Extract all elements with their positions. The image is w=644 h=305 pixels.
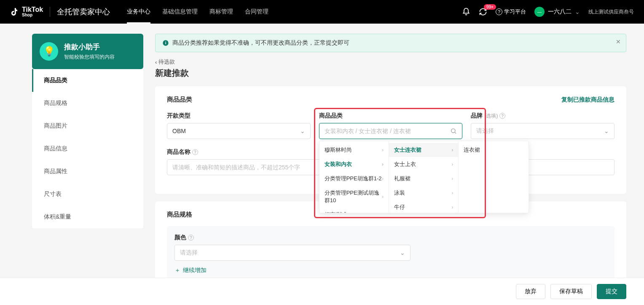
- tab-basicinfo[interactable]: 基础信息管理: [162, 0, 198, 24]
- close-icon[interactable]: ✕: [616, 38, 621, 45]
- help-icon[interactable]: ?: [499, 113, 505, 119]
- dd-item[interactable]: 连衣裙: [459, 143, 528, 157]
- color-select[interactable]: 请选择 ⌄: [174, 245, 411, 261]
- learn-link[interactable]: ? 学习平台: [496, 8, 526, 16]
- helper-sub: 智能校验您填写的内容: [64, 54, 115, 61]
- chevron-down-icon: ⌄: [300, 128, 305, 134]
- opentype-value: OBM: [172, 128, 186, 134]
- dd-item[interactable]: 礼服裙›: [389, 171, 458, 186]
- section-title-category: 商品品类: [167, 96, 192, 104]
- logo[interactable]: TikTok Shop: [10, 6, 43, 17]
- chevron-down-icon: ⌄: [604, 128, 609, 134]
- chevron-right-icon: ›: [382, 194, 384, 200]
- dd-item[interactable]: 穆斯林时尚›: [319, 143, 389, 157]
- discard-button[interactable]: 放弃: [516, 284, 545, 299]
- logo-subtext: Shop: [22, 13, 43, 17]
- label-brand: 品牌 (选填) ?: [471, 112, 614, 120]
- color-block: 颜色 ? 请选择 ⌄ ＋ 继续增加: [167, 226, 614, 282]
- dd-item[interactable]: 女装和内衣›: [319, 157, 389, 171]
- footer-bar: 放弃 保存草稿 提交: [0, 278, 644, 305]
- bulb-icon: 💡: [40, 42, 58, 61]
- label-category: 商品品类: [319, 112, 463, 120]
- helper-card: 💡 推款小助手 智能校验您填写的内容: [32, 34, 143, 69]
- category-input[interactable]: [319, 123, 463, 139]
- chevron-right-icon: ›: [382, 161, 384, 167]
- sidenav-category[interactable]: 商品品类: [32, 69, 143, 92]
- chevron-right-icon: ›: [451, 176, 453, 182]
- label-color: 颜色 ?: [174, 234, 607, 241]
- logo-text: TikTok: [22, 6, 43, 13]
- chevron-left-icon: ‹: [155, 59, 157, 65]
- brand-placeholder: 请选择: [476, 127, 494, 135]
- side-nav: 商品品类 商品规格 商品图片 商品信息 商品属性 尺寸表 体积&重量: [32, 69, 143, 228]
- info-alert: i 商品分类推荐如果觉得不准确，可不用更改商品分类，正常提交即可 ✕: [155, 34, 626, 52]
- bell-icon[interactable]: [462, 8, 470, 16]
- dropdown-col-3: 连衣裙: [459, 141, 528, 213]
- dd-item[interactable]: 牛仔›: [389, 200, 458, 213]
- header-right: 99+ ? 学习平台 — 一六八二 ⌄ 线上测试供应商叁号: [462, 7, 634, 17]
- tab-business[interactable]: 业务中心: [127, 0, 150, 24]
- breadcrumb-label: 待选款: [158, 58, 175, 66]
- category-card: 商品品类 复制已推款商品信息 开款类型 OBM ⌄ 商品品类: [155, 86, 626, 194]
- breadcrumb[interactable]: ‹ 待选款: [155, 58, 175, 66]
- dd-item[interactable]: 分类管理PPE测试胡逸群10›: [319, 186, 389, 208]
- dd-item[interactable]: 泳装›: [389, 186, 458, 200]
- label-opentype: 开款类型: [167, 112, 311, 120]
- tab-contract[interactable]: 合同管理: [245, 0, 268, 24]
- sidenav-sizetable[interactable]: 尺寸表: [32, 183, 143, 206]
- sidenav-volume[interactable]: 体积&重量: [32, 206, 143, 228]
- dd-item[interactable]: 女士连衣裙›: [389, 143, 458, 157]
- user-menu[interactable]: — 一六八二 ⌄: [534, 7, 580, 17]
- chevron-down-icon: ⌄: [400, 249, 405, 256]
- save-draft-button[interactable]: 保存草稿: [550, 284, 592, 299]
- learn-label: 学习平台: [504, 8, 526, 16]
- add-label: 继续增加: [183, 267, 207, 274]
- nav-tabs: 业务中心 基础信息管理 商标管理 合同管理: [127, 0, 268, 24]
- dd-item[interactable]: 女士上衣›: [389, 157, 458, 171]
- help-icon[interactable]: ?: [192, 149, 198, 155]
- sidenav-info[interactable]: 商品信息: [32, 137, 143, 160]
- tiktok-icon: [10, 7, 20, 17]
- question-icon: ?: [496, 8, 502, 15]
- submit-button[interactable]: 提交: [597, 284, 626, 299]
- user-name: 一六八二: [548, 8, 572, 16]
- chevron-right-icon: ›: [451, 161, 453, 167]
- main-content: i 商品分类推荐如果觉得不准确，可不用更改商品分类，正常提交即可 ✕ ‹ 待选款…: [155, 34, 644, 305]
- svg-text:i: i: [165, 41, 166, 45]
- search-icon: [450, 128, 457, 134]
- tab-trademark[interactable]: 商标管理: [209, 0, 233, 24]
- chevron-right-icon: ›: [382, 147, 384, 153]
- header-ref: 线上测试供应商叁号: [588, 8, 634, 16]
- dd-item[interactable]: 分类管理PPE胡逸群1-2›: [319, 171, 389, 186]
- add-color-link[interactable]: ＋ 继续增加: [174, 267, 207, 274]
- chevron-down-icon: ⌄: [575, 8, 580, 15]
- chevron-right-icon: ›: [451, 190, 453, 196]
- refresh-icon[interactable]: 99+: [479, 8, 487, 16]
- opentype-select[interactable]: OBM ⌄: [167, 123, 311, 139]
- copy-link[interactable]: 复制已推款商品信息: [561, 96, 614, 104]
- badge: 99+: [484, 4, 496, 10]
- plus-icon: ＋: [174, 267, 180, 274]
- color-placeholder: 请选择: [180, 249, 198, 257]
- svg-point-2: [451, 129, 455, 133]
- divider: [50, 7, 50, 17]
- page-title: 新建推款: [155, 67, 626, 79]
- sidebar: 💡 推款小助手 智能校验您填写的内容 商品品类 商品规格 商品图片 商品信息 商…: [32, 34, 143, 305]
- chevron-right-icon: ›: [382, 176, 384, 182]
- category-dropdown: 穆斯林时尚› 女装和内衣› 分类管理PPE胡逸群1-2› 分类管理PPE测试胡逸…: [319, 141, 529, 213]
- category-search-field[interactable]: [325, 128, 451, 134]
- chevron-right-icon: ›: [382, 212, 384, 213]
- info-icon: i: [162, 40, 169, 46]
- page-body: 💡 推款小助手 智能校验您填写的内容 商品品类 商品规格 商品图片 商品信息 商…: [0, 24, 644, 305]
- top-header: TikTok Shop 全托管卖家中心 业务中心 基础信息管理 商标管理 合同管…: [0, 0, 644, 24]
- chevron-right-icon: ›: [451, 147, 453, 153]
- dd-item[interactable]: 振宇测试0529›: [319, 208, 389, 213]
- alert-text: 商品分类推荐如果觉得不准确，可不用更改商品分类，正常提交即可: [172, 39, 349, 47]
- brand-select[interactable]: 请选择 ⌄: [471, 123, 614, 139]
- sidenav-images[interactable]: 商品图片: [32, 115, 143, 137]
- sidenav-spec[interactable]: 商品规格: [32, 92, 143, 115]
- sidenav-attrs[interactable]: 商品属性: [32, 160, 143, 183]
- dropdown-col-2: 女士连衣裙› 女士上衣› 礼服裙› 泳装› 牛仔›: [389, 141, 459, 213]
- help-icon[interactable]: ?: [188, 235, 194, 241]
- helper-title: 推款小助手: [64, 42, 115, 52]
